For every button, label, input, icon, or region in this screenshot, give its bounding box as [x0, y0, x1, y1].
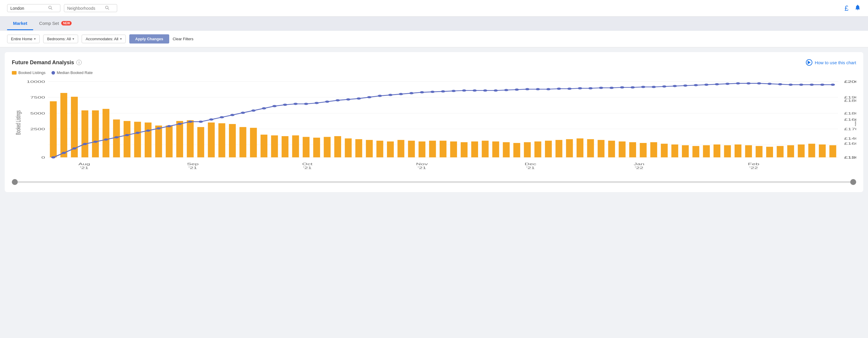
clear-filters-button[interactable]: Clear Filters — [173, 37, 193, 41]
scrollbar-right-handle[interactable] — [850, 179, 856, 185]
neighborhood-search-box[interactable] — [64, 4, 117, 12]
svg-rect-100 — [798, 145, 805, 157]
how-to-link[interactable]: How to use this chart — [806, 59, 856, 66]
neighborhood-search-icon[interactable] — [105, 6, 109, 11]
svg-rect-87 — [661, 144, 668, 157]
svg-point-123 — [251, 110, 256, 112]
currency-icon[interactable]: £ — [845, 4, 848, 12]
svg-point-109 — [104, 139, 108, 141]
svg-point-117 — [188, 120, 192, 123]
svg-point-143 — [462, 89, 466, 91]
bell-icon[interactable] — [855, 4, 861, 12]
svg-rect-42 — [187, 120, 193, 157]
bedrooms-label: Bedrooms: All — [47, 37, 71, 41]
svg-rect-52 — [292, 135, 299, 157]
scrollbar[interactable] — [12, 179, 856, 185]
svg-text:'21: '21 — [418, 166, 426, 170]
svg-text:2500: 2500 — [30, 127, 45, 131]
svg-point-157 — [610, 87, 614, 89]
svg-rect-32 — [81, 111, 88, 157]
svg-text:£140: £140 — [844, 136, 856, 140]
svg-point-151 — [547, 88, 551, 90]
svg-point-110 — [115, 136, 119, 138]
svg-rect-86 — [650, 142, 657, 157]
svg-rect-47 — [239, 127, 246, 157]
svg-rect-39 — [155, 125, 162, 157]
bedrooms-filter[interactable]: Bedrooms: All ▾ — [43, 35, 78, 43]
neighborhood-search-input[interactable] — [67, 6, 103, 11]
svg-rect-35 — [113, 120, 120, 157]
svg-rect-63 — [408, 141, 415, 157]
svg-point-162 — [662, 85, 666, 87]
svg-rect-98 — [777, 146, 783, 157]
svg-rect-50 — [271, 135, 278, 157]
header-actions: £ — [845, 4, 861, 12]
chart-title-area: Future Demand Analysis i — [12, 60, 82, 66]
svg-text:5000: 5000 — [30, 111, 45, 115]
tab-market[interactable]: Market — [7, 17, 33, 30]
svg-rect-69 — [471, 142, 478, 157]
svg-point-149 — [525, 88, 529, 90]
city-search-icon[interactable] — [48, 6, 52, 11]
tab-comp-set-label: Comp Set — [39, 21, 59, 26]
legend-bar-icon — [12, 71, 17, 74]
svg-text:£120: £120 — [844, 155, 856, 159]
svg-rect-45 — [218, 123, 225, 157]
svg-text:0: 0 — [41, 155, 45, 159]
svg-point-106 — [72, 147, 76, 150]
svg-rect-59 — [366, 140, 373, 157]
svg-text:Nov: Nov — [416, 162, 428, 166]
svg-rect-37 — [134, 122, 141, 157]
tab-market-label: Market — [13, 21, 27, 26]
svg-point-135 — [378, 95, 382, 97]
svg-point-156 — [599, 87, 603, 89]
svg-text:Rate: Rate — [854, 119, 856, 126]
svg-rect-78 — [566, 139, 573, 157]
svg-point-161 — [652, 86, 656, 88]
svg-rect-29 — [50, 101, 57, 157]
apply-changes-button[interactable]: Apply Changes — [129, 34, 169, 43]
svg-point-144 — [472, 89, 476, 91]
svg-rect-62 — [398, 140, 404, 157]
property-type-filter[interactable]: Entire Home ▾ — [7, 35, 40, 43]
city-search-input[interactable] — [10, 6, 46, 11]
svg-point-128 — [304, 103, 308, 105]
svg-point-118 — [198, 120, 203, 123]
svg-point-126 — [283, 103, 287, 106]
svg-point-137 — [399, 93, 403, 95]
accommodates-filter[interactable]: Accommodates: All ▾ — [82, 35, 126, 43]
svg-point-105 — [62, 152, 66, 154]
svg-point-171 — [757, 82, 761, 84]
svg-point-134 — [367, 96, 371, 98]
svg-point-154 — [578, 87, 582, 89]
svg-text:Booked Listings: Booked Listings — [14, 111, 22, 135]
svg-rect-43 — [197, 127, 204, 157]
svg-text:£170: £170 — [844, 127, 856, 131]
scrollbar-left-handle[interactable] — [12, 179, 18, 185]
tab-comp-set[interactable]: Comp Set NEW — [33, 17, 78, 30]
svg-point-114 — [156, 127, 161, 129]
svg-rect-101 — [808, 144, 815, 157]
svg-point-113 — [146, 130, 150, 132]
svg-rect-57 — [345, 139, 352, 157]
svg-rect-96 — [755, 146, 763, 157]
play-icon — [806, 59, 812, 66]
svg-rect-44 — [208, 123, 215, 157]
svg-point-120 — [220, 116, 224, 118]
svg-rect-70 — [482, 141, 489, 157]
svg-point-131 — [336, 99, 340, 101]
info-icon[interactable]: i — [76, 60, 82, 65]
svg-rect-80 — [587, 139, 594, 157]
svg-text:'21: '21 — [80, 166, 89, 170]
svg-point-176 — [810, 84, 814, 86]
svg-rect-54 — [313, 137, 320, 157]
svg-rect-92 — [714, 145, 720, 157]
svg-rect-64 — [418, 142, 426, 157]
city-search-box[interactable] — [7, 4, 60, 12]
svg-line-1 — [51, 8, 52, 10]
svg-rect-65 — [429, 141, 436, 157]
svg-point-130 — [325, 101, 329, 103]
scrollbar-track — [12, 181, 856, 183]
svg-text:£180: £180 — [844, 98, 856, 102]
svg-rect-34 — [103, 109, 110, 157]
